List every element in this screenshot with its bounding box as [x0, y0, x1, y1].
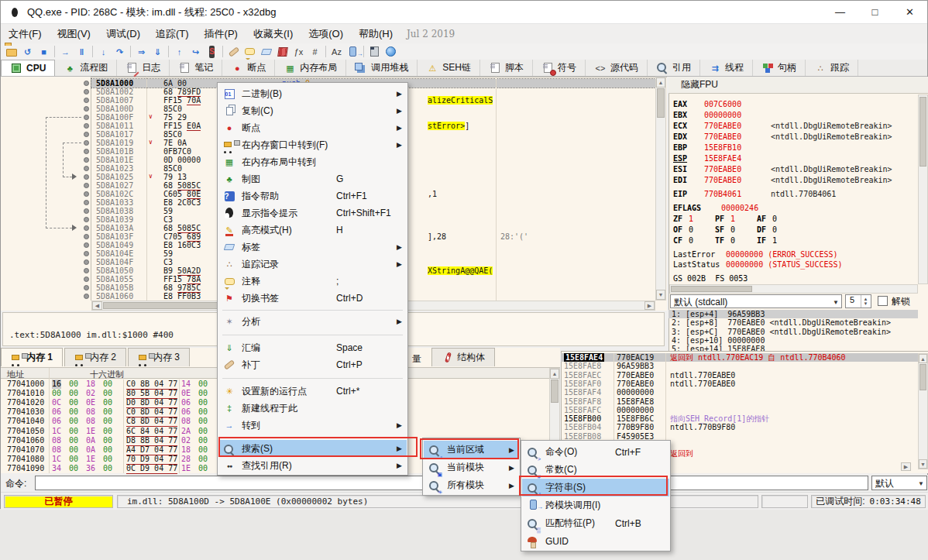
flags-row[interactable]: ZF1PF1AF0	[669, 214, 916, 224]
breakpoint-dot-icon[interactable]	[84, 268, 89, 273]
scroll-thumb[interactable]	[919, 364, 926, 390]
stack-row[interactable]: 15E8FAF815E8FAE8	[561, 397, 928, 406]
calculator-button[interactable]	[366, 44, 383, 59]
tab-cpu[interactable]: CPU	[1, 60, 55, 76]
register-row[interactable]: ESP15E8FAE4	[669, 153, 916, 163]
scroll-up-icon[interactable]: ▲	[919, 354, 927, 363]
comments-button[interactable]	[242, 44, 258, 59]
register-row[interactable]: EDX770EABE0<ntdll.DbgUiRemoteBreakin>	[669, 132, 916, 142]
argument-row[interactable]: 2: [esp+8] 770EABE0 <ntdll.DbgUiRemoteBr…	[669, 318, 918, 327]
scroll-right-icon[interactable]: ▶	[901, 462, 911, 471]
menu-item-binary[interactable]: 01二进制(B)▶	[218, 85, 407, 102]
register-row[interactable]: EAX007C6000	[669, 99, 916, 109]
menu-item-toggle-bookmark[interactable]: ⚑切换书签Ctrl+D	[218, 290, 407, 307]
scylla-button[interactable]: S	[204, 44, 220, 59]
disasm-vscrollbar[interactable]: ▲ ▼	[655, 77, 666, 301]
hash-button[interactable]: #	[307, 44, 323, 59]
step-into-button[interactable]: ↓	[95, 44, 112, 59]
breakpoint-dot-icon[interactable]	[84, 259, 89, 265]
scroll-thumb[interactable]	[671, 286, 752, 292]
menu-item-intermodular-calls[interactable]: 跨模块调用(I)	[522, 496, 669, 514]
stack-row[interactable]: 15E8FAF400000000	[561, 388, 928, 397]
stack-row[interactable]: 15E8FAE4770EAC19返回到 ntdll.770EAC19 自 ntd…	[561, 353, 928, 362]
menubar-item-debug[interactable]: 调试(D)	[98, 24, 148, 44]
register-row[interactable]: EBX00000000	[669, 110, 916, 120]
menu-item-assemble[interactable]: ⇓汇编Space	[218, 339, 407, 356]
step-over-button[interactable]: ↷	[112, 44, 128, 59]
tab-source[interactable]: <>源代码	[586, 60, 648, 76]
tab-threads[interactable]: ⇉线程	[700, 60, 753, 76]
tab-references[interactable]: 引用	[648, 60, 700, 76]
hide-fpu-button[interactable]: 隐藏FPU	[669, 77, 928, 94]
menu-item-follow-in-dump[interactable]: 在内存窗口中转到(F)▶	[218, 136, 407, 153]
tab-handles[interactable]: 句柄	[753, 60, 806, 76]
eflags-row[interactable]: EFLAGS00000246	[669, 203, 916, 213]
command-profile-select[interactable]: 默认▼	[871, 476, 927, 490]
menu-item-string-references[interactable]: “字符串(S)	[522, 479, 669, 496]
tab-call-stack[interactable]: 调用堆栈	[346, 60, 418, 76]
run-to-user-code-button[interactable]: ⇒	[133, 44, 150, 59]
pause-button[interactable]: ‖	[74, 44, 90, 59]
registers-hscrollbar[interactable]	[669, 284, 918, 294]
menubar-item-view[interactable]: 视图(V)	[50, 24, 98, 44]
tab-struct[interactable]: 结构体	[431, 348, 495, 366]
breakpoint-dot-icon[interactable]	[84, 98, 89, 103]
menu-item-search[interactable]: 搜索(S)▶	[218, 440, 407, 457]
tab-notes[interactable]: 笔记	[170, 60, 222, 76]
scroll-up-icon[interactable]: ▲	[550, 369, 559, 379]
dump-tab-3[interactable]: 内存 3	[128, 348, 190, 366]
calling-convention-select[interactable]: 默认 (stdcall)▼	[670, 294, 842, 308]
bookmarks-button[interactable]	[274, 44, 290, 59]
breakpoint-dot-icon[interactable]	[84, 183, 89, 188]
argument-row[interactable]: 1: [esp+4] 96A59BB3	[669, 310, 918, 318]
functions-button[interactable]: ƒx	[290, 44, 307, 59]
tab-breakpoints[interactable]: ●断点	[222, 60, 275, 76]
stack-vscrollbar[interactable]: ▲ ▼	[918, 353, 928, 469]
breakpoint-dot-icon[interactable]	[84, 234, 89, 239]
stack-row[interactable]: 15E8FAE896A59BB3	[561, 362, 928, 370]
stack-row[interactable]: 15E8FB04770B9F80ntdll.770B9F80	[561, 423, 928, 431]
tab-log[interactable]: 日志	[117, 60, 170, 76]
registers-vscrollbar[interactable]	[918, 94, 928, 284]
breakpoint-dot-icon[interactable]	[84, 132, 89, 137]
breakpoint-dot-icon[interactable]	[84, 174, 89, 180]
scroll-thumb[interactable]	[551, 380, 559, 403]
scroll-left-icon[interactable]: ◀	[92, 301, 102, 310]
stack-row[interactable]: 15E8FAF0770EABE0ntdll.770EABE0	[561, 380, 928, 388]
stack-row[interactable]: 15E8FAEC770EABE0ntdll.770EABE0	[561, 371, 928, 380]
patch-button[interactable]	[225, 44, 242, 59]
flags-row[interactable]: CF0TF0IF1	[669, 235, 916, 246]
flags-row[interactable]: OF0SF0DF0	[669, 225, 916, 235]
menu-item-pattern[interactable]: ▒匹配特征(P)Ctrl+B	[522, 514, 669, 532]
breakpoint-dot-icon[interactable]	[84, 191, 89, 197]
menu-item-find-references[interactable]: ●●查找引用(R)▶	[218, 457, 407, 474]
breakpoint-dot-icon[interactable]	[84, 157, 89, 163]
menu-item-copy[interactable]: 复制(C)▶	[218, 102, 407, 119]
dump-tab-2[interactable]: 内存 2	[64, 348, 126, 366]
register-row[interactable]: EBP15E8FB10	[669, 143, 916, 153]
scroll-up-icon[interactable]: ▲	[656, 77, 665, 88]
breakpoint-dot-icon[interactable]	[84, 208, 89, 214]
breakpoint-dot-icon[interactable]	[84, 166, 89, 171]
menu-item-set-new-origin[interactable]: ✳设置新的运行点Ctrl+*	[218, 383, 407, 400]
tab-symbols[interactable]: 符号	[533, 60, 586, 76]
dump-tab-1[interactable]: 内存 1	[1, 348, 63, 366]
tab-graph[interactable]: ♣流程图	[55, 60, 117, 76]
az-button[interactable]: Az	[328, 44, 345, 59]
menu-item-current-module[interactable]: ▣当前模块▶	[424, 459, 519, 476]
menu-item-analysis[interactable]: ✶分析▶	[218, 313, 407, 330]
labels-button[interactable]	[258, 44, 274, 59]
menu-item-instruction-help[interactable]: ?指令帮助Ctrl+F1	[218, 187, 407, 204]
scroll-down-icon[interactable]: ▼	[919, 459, 927, 469]
tab-seh[interactable]: ⚠SEH链	[418, 60, 480, 76]
scroll-thumb[interactable]	[919, 97, 926, 167]
breakpoint-dot-icon[interactable]	[84, 277, 89, 282]
spinner-icons[interactable]: ▲▼	[861, 295, 870, 307]
register-row[interactable]: EDI770EABE0<ntdll.DbgUiRemoteBreakin>	[669, 175, 916, 185]
breakpoint-dot-icon[interactable]	[84, 294, 89, 299]
stack-row[interactable]: 15E8FAFC00000000	[561, 406, 928, 414]
restart-button[interactable]: ↺	[19, 44, 36, 59]
menu-item-new-thread-here[interactable]: ‡新建线程于此	[218, 400, 407, 417]
menu-item-current-region[interactable]: ▫当前区域▶	[424, 441, 519, 459]
menu-item-command[interactable]: >命令(O)Ctrl+F	[522, 443, 669, 461]
